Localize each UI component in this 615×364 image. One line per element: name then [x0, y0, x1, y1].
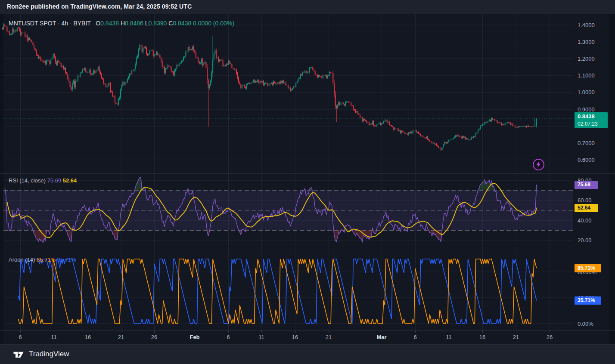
open-value: 0.8438	[100, 20, 119, 27]
change-value: 0.0000 (0.00%)	[193, 20, 234, 27]
rsi-ma-axis-badge: 52.64	[575, 204, 598, 212]
svg-text:Mar: Mar	[376, 334, 386, 340]
current-price-badge: 0.8438 02:07:23	[575, 112, 608, 128]
rsi-value: 75.69	[47, 177, 62, 184]
svg-text:1.0000: 1.0000	[578, 89, 595, 96]
svg-text:16: 16	[479, 334, 485, 340]
rsi-ma-value: 52.64	[63, 177, 77, 184]
svg-text:1.2000: 1.2000	[578, 56, 595, 62]
low-value: 0.8390	[149, 20, 167, 27]
tradingview-logo-icon[interactable]	[13, 349, 25, 359]
aroon-title[interactable]: Aroon (14)	[9, 256, 35, 263]
svg-text:16: 16	[85, 334, 91, 340]
footer-bar: TradingView	[0, 345, 615, 364]
svg-text:0.9000: 0.9000	[578, 106, 595, 113]
rsi-legend[interactable]: RSI (14, close) 75.69 52.64	[9, 177, 77, 184]
svg-text:Feb: Feb	[189, 334, 199, 340]
svg-text:11: 11	[258, 334, 264, 340]
svg-text:0.00%: 0.00%	[578, 321, 593, 327]
rsi-title[interactable]: RSI (14, close)	[9, 177, 46, 184]
svg-text:21: 21	[326, 334, 332, 340]
lightning-bolt-icon	[536, 161, 541, 168]
svg-text:16: 16	[292, 334, 298, 340]
svg-text:60.00: 60.00	[578, 197, 592, 204]
chart-canvas[interactable]: 1.40001.30001.20001.10001.00000.90000.70…	[0, 0, 615, 364]
aroon-up-value: 85.71%	[37, 256, 56, 263]
tradingview-chart-page: Ron2ee published on TradingView.com, Mar…	[0, 0, 615, 364]
rsi-axis-badge: 75.69	[575, 181, 598, 189]
svg-text:6: 6	[19, 334, 22, 340]
aroon-legend[interactable]: Aroon (14) 85.71% 35.71%	[9, 256, 76, 263]
svg-text:26: 26	[547, 334, 553, 340]
aroon-down-value: 35.71%	[57, 256, 76, 263]
aroon-up-axis-badge: 85.71%	[575, 264, 601, 272]
svg-text:1.1000: 1.1000	[578, 72, 595, 79]
svg-text:26: 26	[151, 334, 157, 340]
svg-text:6: 6	[413, 334, 416, 340]
close-value: 0.8438	[173, 20, 191, 27]
svg-text:40.00: 40.00	[578, 217, 592, 224]
tradingview-brand[interactable]: TradingView	[29, 350, 69, 358]
exchange[interactable]: BYBIT	[73, 20, 90, 27]
svg-text:0.7000: 0.7000	[578, 140, 595, 146]
symbol-name[interactable]: MNTUSDT SPOT	[9, 20, 56, 27]
bar-countdown: 02:07:23	[578, 121, 608, 127]
interval[interactable]: 4h	[61, 20, 68, 27]
svg-text:6: 6	[227, 334, 230, 340]
svg-text:11: 11	[51, 334, 57, 340]
svg-text:1.3000: 1.3000	[578, 39, 595, 45]
aroon-down-axis-badge: 35.71%	[575, 296, 601, 305]
svg-text:0.6000: 0.6000	[578, 157, 595, 163]
high-value: 0.8486	[125, 20, 143, 27]
svg-text:20.00: 20.00	[578, 237, 592, 244]
svg-text:21: 21	[118, 334, 124, 340]
svg-text:1.4000: 1.4000	[578, 22, 595, 28]
instant-trading-button[interactable]	[533, 159, 544, 170]
svg-text:11: 11	[446, 334, 452, 340]
current-price: 0.8438	[578, 112, 608, 121]
symbol-legend[interactable]: MNTUSDT SPOT · 4h · BYBIT O0.8438 H0.848…	[9, 20, 234, 27]
svg-text:21: 21	[513, 334, 519, 340]
